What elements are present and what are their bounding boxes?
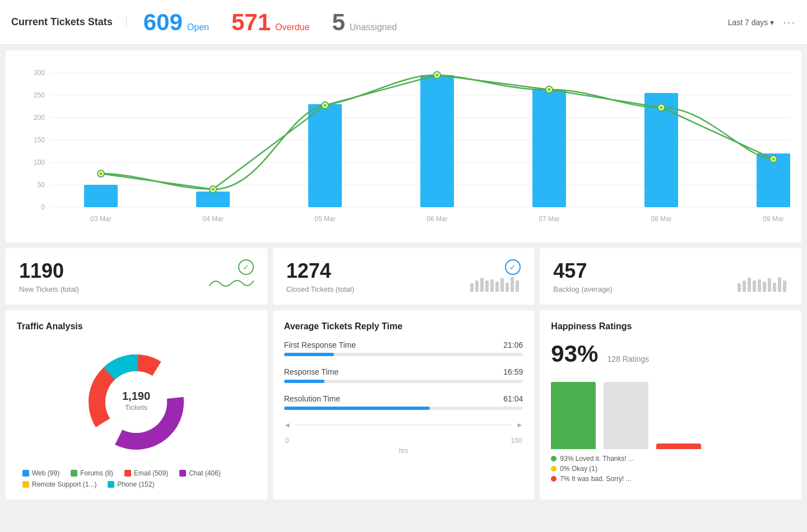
donut-chart: 1,190 Tickets (80, 346, 192, 458)
header-right: Last 7 days ▾ ··· (728, 16, 796, 29)
svg-rect-44 (480, 278, 484, 292)
legend-remote: Remote Support (1...) (22, 480, 96, 488)
legend-label-remote: Remote Support (1...) (32, 480, 96, 488)
chevron-down-icon: ▾ (770, 18, 774, 27)
svg-text:07 Mar: 07 Mar (539, 215, 559, 223)
donut-svg: 1,190 Tickets (80, 346, 192, 458)
traffic-title: Traffic Analysis (17, 321, 256, 332)
svg-point-34 (772, 157, 775, 161)
happiness-ratings-count: 128 Ratings (607, 354, 649, 363)
unassigned-count: 5 (332, 9, 345, 36)
svg-rect-48 (500, 278, 504, 292)
legend-dot-chat (179, 470, 186, 477)
happiness-header: 93% 128 Ratings (551, 340, 790, 367)
date-range-label: Last 7 days (728, 18, 768, 27)
sparkline-wavy (209, 275, 254, 293)
svg-rect-61 (783, 281, 786, 292)
svg-text:09 Mar: 09 Mar (763, 215, 783, 223)
scale-labels: 0 100 (284, 437, 523, 445)
svg-point-24 (211, 188, 215, 191)
scale-left-arrow: ◄ (284, 421, 291, 429)
happiness-dot-okay (551, 466, 556, 472)
first-response-item: First Response Time 21:06 (284, 340, 523, 356)
svg-rect-60 (778, 277, 781, 292)
scale-right-arrow: ► (516, 421, 523, 429)
svg-rect-53 (743, 281, 746, 292)
resolution-time-header: Resolution Time 61:04 (284, 394, 523, 403)
header-stats: 609 Open 571 Overdue 5 Unassigned (127, 9, 414, 36)
legend-label-phone: Phone (152) (117, 480, 154, 488)
svg-rect-43 (475, 281, 479, 292)
scale-start: 0 (285, 437, 289, 445)
svg-text:50: 50 (38, 181, 45, 189)
happiness-legend: 93% Loved it. Thanks! ... 0% Okay (1) 7%… (551, 455, 790, 483)
svg-rect-47 (495, 282, 499, 292)
svg-rect-57 (763, 282, 766, 292)
svg-text:08 Mar: 08 Mar (651, 215, 671, 223)
chart-svg: 300 250 200 150 100 50 0 (17, 62, 801, 230)
first-response-value: 21:06 (503, 340, 523, 349)
svg-text:100: 100 (34, 158, 45, 166)
closed-bar-sparkline (470, 275, 521, 293)
legend-label-email: Email (509) (134, 469, 168, 477)
scale-track (295, 424, 512, 426)
resolution-time-value: 61:04 (503, 394, 523, 403)
svg-rect-58 (768, 278, 771, 292)
resolution-time-name: Resolution Time (284, 394, 340, 403)
closed-tickets-card: 1274 Closed Tickets (total) ✓ (273, 248, 535, 305)
resolution-time-bar-fill (284, 407, 430, 410)
backlog-card: 457 Backlog (average) (540, 248, 801, 305)
svg-rect-51 (516, 281, 519, 292)
response-time-name: Response Time (284, 367, 338, 376)
svg-text:0: 0 (41, 203, 45, 211)
scale-unit: hrs (284, 447, 523, 455)
svg-text:Tickets: Tickets (125, 403, 148, 412)
overdue-label: Overdue (275, 22, 309, 32)
svg-point-28 (435, 73, 439, 77)
svg-point-26 (323, 104, 327, 107)
legend-dot-phone (108, 481, 114, 488)
legend-label-forums: Forums (8) (80, 469, 113, 477)
happiness-bar-bad (656, 444, 701, 449)
legend-phone: Phone (152) (108, 480, 154, 488)
happiness-bar-okay-bg (604, 382, 648, 449)
svg-text:04 Mar: 04 Mar (202, 215, 223, 223)
scale-container: ◄ ► 0 100 hrs (284, 421, 523, 455)
date-range-selector[interactable]: Last 7 days ▾ (728, 18, 774, 27)
svg-text:300: 300 (34, 69, 45, 77)
happiness-card: Happiness Ratings 93% 128 Ratings 93% Lo… (540, 310, 801, 500)
svg-rect-52 (738, 283, 741, 292)
happiness-bar-loved (551, 382, 596, 449)
response-time-bar-fill (284, 380, 325, 383)
unassigned-stat: 5 Unassigned (332, 9, 397, 36)
donut-container: 1,190 Tickets Web (99) Forums (8) (17, 340, 256, 488)
response-time-item: Response Time 16:59 (284, 367, 523, 383)
overdue-count: 571 (231, 9, 271, 36)
svg-point-68 (105, 371, 167, 433)
svg-point-32 (660, 106, 663, 109)
happiness-label-bad: 7% It was bad. Sorry! ... (560, 475, 631, 483)
resolution-time-item: Resolution Time 61:04 (284, 394, 523, 410)
first-response-bar-fill (284, 353, 335, 356)
svg-rect-15 (196, 192, 230, 207)
more-options-button[interactable]: ··· (783, 16, 796, 29)
legend-dot-forums (71, 470, 77, 477)
happiness-legend-okay: 0% Okay (1) (551, 465, 790, 473)
happiness-legend-bad: 7% It was bad. Sorry! ... (551, 475, 790, 483)
legend-dot-email (124, 470, 131, 477)
unassigned-label: Unassigned (350, 22, 397, 32)
svg-rect-18 (532, 90, 566, 207)
svg-rect-55 (753, 281, 756, 292)
svg-rect-50 (511, 277, 514, 292)
first-response-bar-bg (284, 353, 523, 356)
open-label: Open (187, 22, 209, 32)
svg-text:05 Mar: 05 Mar (314, 215, 335, 223)
response-time-bar-bg (284, 380, 523, 383)
resolution-time-bar-bg (284, 407, 523, 410)
dashboard-header: Current Tickets Stats 609 Open 571 Overd… (0, 0, 807, 45)
response-time-header: Response Time 16:59 (284, 367, 523, 376)
happiness-label-okay: 0% Okay (1) (560, 465, 597, 473)
open-stat: 609 Open (143, 9, 209, 36)
happiness-title: Happiness Ratings (551, 321, 790, 332)
scale-end: 100 (511, 437, 522, 445)
